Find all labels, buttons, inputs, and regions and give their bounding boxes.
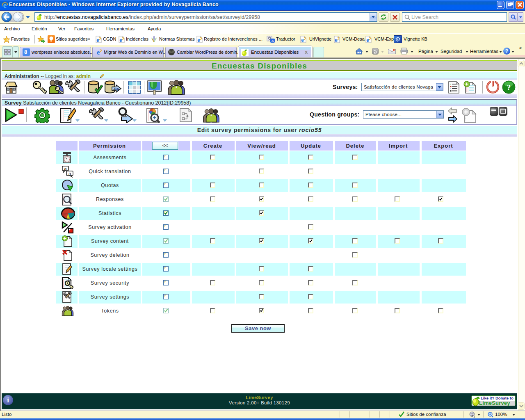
svg-text:e: e — [119, 37, 122, 43]
svg-text:e: e — [335, 37, 338, 43]
svg-text:.SQL: .SQL — [113, 87, 119, 91]
svg-text:α: α — [68, 171, 71, 176]
svg-text:A: A — [271, 39, 274, 43]
svg-text:e: e — [301, 37, 304, 43]
svg-text:e: e — [197, 37, 200, 43]
svg-text:e: e — [3, 1, 7, 9]
svg-text:e: e — [366, 37, 369, 43]
svg-text:e: e — [97, 49, 100, 56]
svg-text:a: a — [64, 167, 67, 171]
svg-text:e: e — [96, 37, 99, 43]
svg-text:?: ? — [507, 83, 511, 92]
